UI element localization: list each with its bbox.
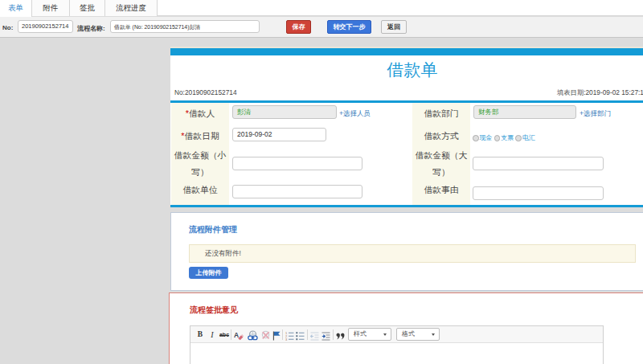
svg-text:3: 3: [285, 337, 288, 341]
svg-text:A: A: [234, 331, 239, 339]
